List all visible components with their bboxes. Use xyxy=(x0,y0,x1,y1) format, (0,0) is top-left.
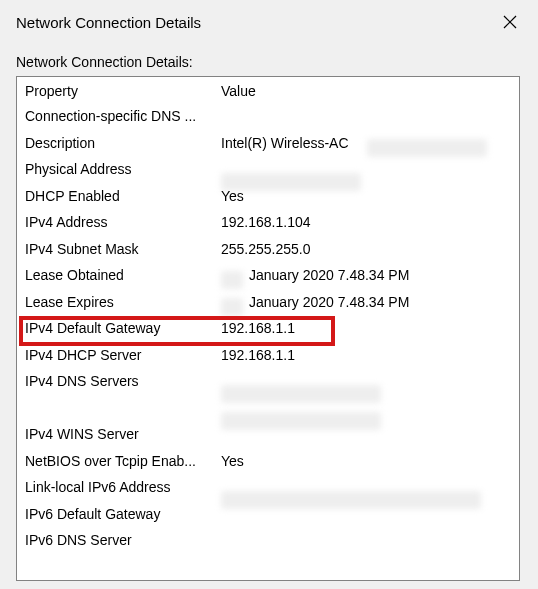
list-row[interactable]: IPv4 DNS Servers xyxy=(25,368,519,395)
header-property: Property xyxy=(25,83,221,99)
row-property: Lease Expires xyxy=(25,294,221,310)
list-row[interactable]: DHCP Enabled Yes xyxy=(25,183,519,210)
row-property: IPv4 DHCP Server xyxy=(25,347,221,363)
list-row[interactable]: IPv4 Address 192.168.1.104 xyxy=(25,209,519,236)
row-property: Lease Obtained xyxy=(25,267,221,283)
row-property: Connection-specific DNS ... xyxy=(25,108,221,124)
list-row[interactable]: IPv4 DHCP Server 192.168.1.1 xyxy=(25,342,519,369)
row-property: Description xyxy=(25,135,221,151)
row-value: 192.168.1.1 xyxy=(221,320,519,336)
rows-container: Connection-specific DNS ... Description … xyxy=(17,103,519,554)
row-value: 192.168.1.104 xyxy=(221,214,519,230)
list-row[interactable]: IPv4 Subnet Mask 255.255.255.0 xyxy=(25,236,519,263)
list-row[interactable] xyxy=(25,395,519,422)
row-property: IPv4 WINS Server xyxy=(25,426,221,442)
row-property: Link-local IPv6 Address xyxy=(25,479,221,495)
row-property: Physical Address xyxy=(25,161,221,177)
list-label: Network Connection Details: xyxy=(16,54,522,70)
row-property: IPv4 Address xyxy=(25,214,221,230)
row-value: 255.255.255.0 xyxy=(221,241,519,257)
titlebar: Network Connection Details xyxy=(0,0,538,42)
list-row[interactable]: Lease Expires January 2020 7.48.34 PM xyxy=(25,289,519,316)
row-value: Intel(R) Wireless-AC xyxy=(221,135,519,151)
list-row[interactable]: IPv6 Default Gateway xyxy=(25,501,519,528)
close-button[interactable] xyxy=(494,7,526,37)
content-area: Network Connection Details: Property Val… xyxy=(0,42,538,589)
row-property: IPv4 Default Gateway xyxy=(25,320,221,336)
list-row[interactable]: NetBIOS over Tcpip Enab... Yes xyxy=(25,448,519,475)
details-listbox[interactable]: Property Value Connection-specific DNS .… xyxy=(16,76,520,581)
row-property: IPv4 DNS Servers xyxy=(25,373,221,389)
list-row[interactable]: Description Intel(R) Wireless-AC xyxy=(25,130,519,157)
row-property: NetBIOS over Tcpip Enab... xyxy=(25,453,221,469)
list-row[interactable]: IPv4 WINS Server xyxy=(25,421,519,448)
header-value: Value xyxy=(221,83,519,99)
list-row[interactable]: Physical Address xyxy=(25,156,519,183)
row-property: IPv4 Subnet Mask xyxy=(25,241,221,257)
row-property: DHCP Enabled xyxy=(25,188,221,204)
close-icon xyxy=(503,15,517,29)
row-value: 192.168.1.1 xyxy=(221,347,519,363)
row-property: IPv6 Default Gateway xyxy=(25,506,221,522)
row-value: January 2020 7.48.34 PM xyxy=(221,294,519,310)
row-property: IPv6 DNS Server xyxy=(25,532,221,548)
network-connection-details-window: Network Connection Details Network Conne… xyxy=(0,0,538,589)
list-row[interactable]: Link-local IPv6 Address xyxy=(25,474,519,501)
row-value: Yes xyxy=(221,453,519,469)
list-header: Property Value xyxy=(17,81,519,103)
list-row[interactable]: IPv6 DNS Server xyxy=(25,527,519,554)
row-value: Yes xyxy=(221,188,519,204)
list-row[interactable]: Connection-specific DNS ... xyxy=(25,103,519,130)
list-row[interactable]: Lease Obtained January 2020 7.48.34 PM xyxy=(25,262,519,289)
row-value: January 2020 7.48.34 PM xyxy=(221,267,519,283)
window-title: Network Connection Details xyxy=(16,14,201,31)
list-row[interactable]: IPv4 Default Gateway 192.168.1.1 xyxy=(25,315,519,342)
